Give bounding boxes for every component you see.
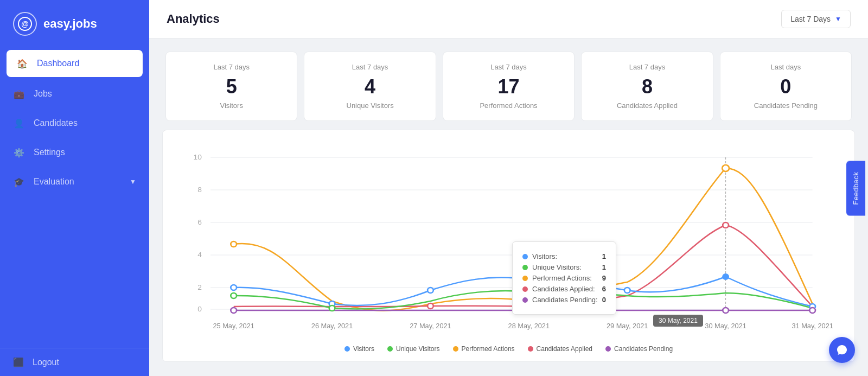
tooltip-label: Candidates Applied: bbox=[532, 285, 598, 293]
logout-item[interactable]: ⬛ Logout bbox=[0, 348, 149, 376]
performed-actions-dot bbox=[522, 276, 528, 281]
tooltip-row-visitors: Visitors: 1 bbox=[522, 252, 606, 260]
svg-text:0: 0 bbox=[197, 305, 202, 313]
sidebar-logo: @ easy.jobs bbox=[0, 0, 149, 48]
stat-card-candidates-applied: Last 7 days 8 Candidates Applied bbox=[581, 52, 713, 121]
svg-text:31 May, 2021: 31 May, 2021 bbox=[792, 322, 833, 330]
stat-period: Last 7 days bbox=[213, 63, 250, 71]
stat-card-unique-visitors: Last 7 days 4 Unique Visitors bbox=[304, 52, 436, 121]
legend-label: Visitors bbox=[353, 345, 374, 353]
stats-row: Last 7 days 5 Visitors Last 7 days 4 Uni… bbox=[149, 39, 868, 130]
page-title: Analytics bbox=[167, 12, 220, 26]
tooltip-label: Unique Visitors: bbox=[532, 263, 598, 271]
stat-period: Last days bbox=[771, 63, 801, 71]
chart-svg-wrapper: 10 8 6 4 2 0 25 May, 2021 26 May, 2021 2… bbox=[176, 141, 841, 339]
evaluation-icon: 🎓 bbox=[13, 176, 25, 188]
sidebar-nav: 🏠 Dashboard 💼 Jobs 👤 Candidates ⚙️ Setti… bbox=[0, 48, 149, 348]
svg-point-37 bbox=[723, 308, 729, 313]
svg-point-26 bbox=[624, 288, 630, 293]
stat-period: Last 7 days bbox=[352, 63, 388, 71]
legend-label: Unique Visitors bbox=[396, 345, 439, 353]
unique-visitors-legend-dot bbox=[387, 346, 393, 352]
svg-text:8: 8 bbox=[197, 186, 202, 194]
stat-card-visitors: Last 7 days 5 Visitors bbox=[165, 52, 297, 121]
stat-value: 5 bbox=[226, 75, 237, 98]
performed-actions-legend-dot bbox=[453, 346, 458, 352]
logo-icon: @ bbox=[13, 12, 37, 36]
tooltip-label: Candidates Pending: bbox=[532, 296, 598, 304]
tooltip-value: 1 bbox=[602, 252, 606, 260]
tooltip-label: Visitors: bbox=[532, 252, 598, 260]
stat-card-candidates-pending: Last days 0 Candidates Pending bbox=[720, 52, 852, 121]
svg-point-22 bbox=[231, 285, 237, 290]
svg-point-32 bbox=[722, 165, 729, 171]
svg-point-33 bbox=[427, 303, 433, 309]
candidates-icon: 👤 bbox=[13, 117, 25, 129]
feedback-button[interactable]: Feedback bbox=[846, 161, 865, 215]
sidebar-item-label: Settings bbox=[34, 148, 65, 157]
legend-item-candidates-applied: Candidates Applied bbox=[528, 345, 592, 353]
tooltip-date-label: 30 May, 2021 bbox=[653, 315, 703, 327]
sidebar-item-label: Jobs bbox=[34, 89, 52, 99]
svg-text:29 May, 2021: 29 May, 2021 bbox=[607, 322, 648, 330]
tooltip-row-performed-actions: Performed Actions: 9 bbox=[522, 274, 606, 282]
main-header: Analytics Last 7 Days ▼ bbox=[149, 0, 868, 39]
candidates-applied-dot bbox=[522, 286, 528, 292]
analytics-chart-container: 10 8 6 4 2 0 25 May, 2021 26 May, 2021 2… bbox=[162, 130, 855, 362]
svg-text:25 May, 2021: 25 May, 2021 bbox=[213, 322, 254, 330]
svg-point-27 bbox=[723, 274, 729, 279]
main-content: Analytics Last 7 Days ▼ Last 7 days 5 Vi… bbox=[149, 0, 868, 376]
settings-icon: ⚙️ bbox=[13, 146, 25, 158]
candidates-applied-legend-dot bbox=[528, 346, 533, 352]
tooltip-value: 9 bbox=[602, 274, 606, 282]
sidebar-item-jobs[interactable]: 💼 Jobs bbox=[0, 79, 149, 109]
sidebar-item-label: Evaluation bbox=[34, 177, 74, 187]
stat-period: Last 7 days bbox=[629, 63, 666, 71]
svg-point-35 bbox=[723, 222, 729, 228]
legend-label: Performed Actions bbox=[462, 345, 515, 353]
stat-label: Performed Actions bbox=[480, 101, 537, 110]
sidebar-item-label: Dashboard bbox=[37, 59, 79, 68]
tooltip-row-candidates-applied: Candidates Applied: 6 bbox=[522, 285, 606, 293]
sidebar-item-evaluation[interactable]: 🎓 Evaluation ▼ bbox=[0, 167, 149, 196]
date-filter-dropdown[interactable]: Last 7 Days ▼ bbox=[781, 10, 851, 28]
legend-item-performed-actions: Performed Actions bbox=[453, 345, 515, 353]
sidebar-item-dashboard[interactable]: 🏠 Dashboard bbox=[7, 50, 143, 77]
stat-value: 17 bbox=[497, 75, 519, 98]
chevron-down-icon: ▼ bbox=[130, 178, 136, 186]
svg-point-24 bbox=[427, 288, 433, 293]
jobs-icon: 💼 bbox=[13, 88, 25, 100]
stat-label: Visitors bbox=[220, 101, 243, 110]
stat-label: Candidates Pending bbox=[754, 101, 818, 110]
svg-text:4: 4 bbox=[197, 251, 202, 259]
legend-label: Candidates Applied bbox=[537, 345, 592, 353]
candidates-pending-dot bbox=[522, 297, 528, 303]
analytics-chart-svg: 10 8 6 4 2 0 25 May, 2021 26 May, 2021 2… bbox=[176, 141, 841, 336]
sidebar-item-settings[interactable]: ⚙️ Settings bbox=[0, 138, 149, 167]
stat-value: 4 bbox=[365, 75, 375, 98]
tooltip-label: Performed Actions: bbox=[532, 274, 598, 282]
visitors-legend-dot bbox=[344, 346, 350, 352]
stat-value: 8 bbox=[642, 75, 653, 98]
legend-item-unique-visitors: Unique Visitors bbox=[387, 345, 439, 353]
tooltip-value: 1 bbox=[602, 263, 606, 271]
svg-text:10: 10 bbox=[194, 153, 202, 161]
legend-item-candidates-pending: Candidates Pending bbox=[605, 345, 673, 353]
tooltip-row-candidates-pending: Candidates Pending: 0 bbox=[522, 296, 606, 304]
home-icon: 🏠 bbox=[16, 58, 28, 69]
chart-legend: Visitors Unique Visitors Performed Actio… bbox=[176, 345, 841, 353]
svg-text:27 May, 2021: 27 May, 2021 bbox=[410, 322, 451, 330]
logout-label: Logout bbox=[33, 358, 59, 367]
svg-text:30 May, 2021: 30 May, 2021 bbox=[705, 322, 746, 330]
svg-point-30 bbox=[329, 305, 335, 311]
chevron-down-icon: ▼ bbox=[835, 15, 841, 23]
chat-button[interactable] bbox=[829, 337, 855, 363]
chart-tooltip: Visitors: 1 Unique Visitors: 1 Performed… bbox=[512, 241, 616, 315]
legend-label: Candidates Pending bbox=[614, 345, 673, 353]
app-name: easy.jobs bbox=[43, 17, 97, 31]
unique-visitors-dot bbox=[522, 265, 528, 270]
legend-item-visitors: Visitors bbox=[344, 345, 374, 353]
date-filter-label: Last 7 Days bbox=[790, 15, 831, 23]
svg-text:2: 2 bbox=[197, 283, 202, 291]
sidebar-item-candidates[interactable]: 👤 Candidates bbox=[0, 109, 149, 138]
